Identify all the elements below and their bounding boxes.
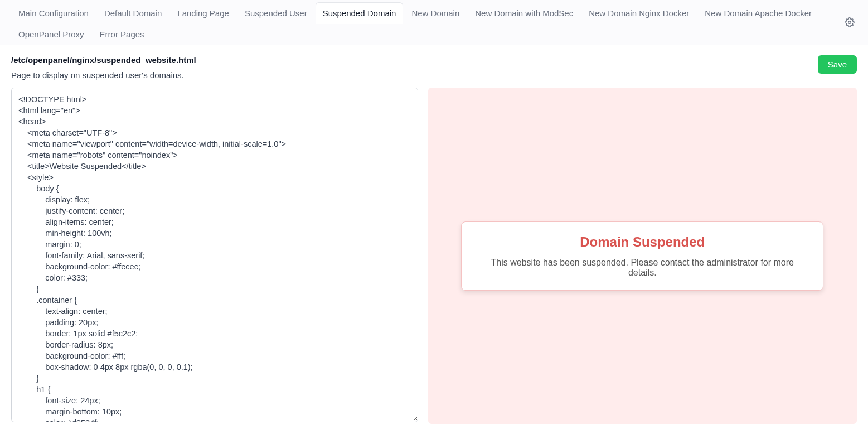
- tab-landing-page[interactable]: Landing Page: [170, 2, 236, 24]
- preview-message: This website has been suspended. Please …: [478, 258, 806, 278]
- page-description: Page to display on suspended user's doma…: [11, 70, 857, 80]
- tab-default-domain[interactable]: Default Domain: [97, 2, 169, 24]
- tab-new-domain-nginx-docker[interactable]: New Domain Nginx Docker: [581, 2, 696, 24]
- svg-point-0: [848, 21, 851, 24]
- settings-button[interactable]: [845, 17, 855, 27]
- preview-panel: Domain Suspended This website has been s…: [428, 88, 857, 424]
- file-path: /etc/openpanel/nginx/suspended_website.h…: [11, 55, 857, 65]
- preview-container: Domain Suspended This website has been s…: [461, 221, 823, 291]
- save-button[interactable]: Save: [818, 55, 857, 74]
- tab-suspended-user[interactable]: Suspended User: [237, 2, 314, 24]
- tab-error-pages[interactable]: Error Pages: [93, 23, 152, 45]
- tab-openpanel-proxy[interactable]: OpenPanel Proxy: [11, 23, 91, 45]
- tabs-bar: Main ConfigurationDefault DomainLanding …: [0, 0, 868, 45]
- editor-panel: [11, 88, 418, 424]
- gear-icon: [845, 17, 855, 27]
- tab-suspended-domain[interactable]: Suspended Domain: [316, 2, 404, 24]
- preview-heading: Domain Suspended: [478, 234, 806, 250]
- code-editor[interactable]: [11, 88, 418, 422]
- tab-new-domain[interactable]: New Domain: [404, 2, 467, 24]
- tab-main-configuration[interactable]: Main Configuration: [11, 2, 96, 24]
- panels: Domain Suspended This website has been s…: [11, 88, 857, 424]
- tab-new-domain-with-modsec[interactable]: New Domain with ModSec: [468, 2, 580, 24]
- tab-new-domain-apache-docker[interactable]: New Domain Apache Docker: [697, 2, 819, 24]
- content-area: Save /etc/openpanel/nginx/suspended_webs…: [0, 45, 868, 434]
